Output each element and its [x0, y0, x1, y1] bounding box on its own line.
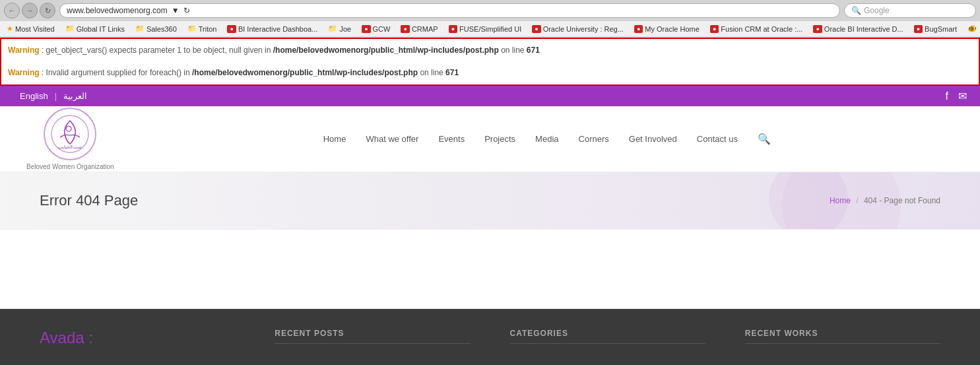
facebook-icon[interactable]: f — [946, 90, 948, 102]
red-icon: ● — [532, 25, 540, 33]
refresh-icon[interactable]: ↻ — [183, 6, 190, 15]
star-icon: ★ — [7, 24, 13, 33]
nav-bar: ست الحبايب Beloved Women Organization Ho… — [0, 106, 980, 172]
bookmark-global-it[interactable]: 📁 Global IT Links — [63, 23, 127, 34]
bookmark-gcw[interactable]: ● GCW — [359, 24, 393, 34]
red-icon: ● — [362, 25, 370, 33]
lang-english[interactable]: English — [13, 90, 55, 102]
address-bar[interactable]: www.belovedwomenorg.com ▼ ↻ — [59, 3, 840, 18]
footer-categories-title: CATEGORIES — [510, 329, 705, 344]
nav-media[interactable]: Media — [535, 134, 558, 144]
nav-projects[interactable]: Projects — [484, 134, 515, 144]
page-header: Error 404 Page Home / 404 - Page not Fou… — [0, 172, 980, 230]
folder-icon: 📁 — [65, 24, 75, 33]
bookmark-sales360[interactable]: 📁 Sales360 — [133, 23, 180, 34]
svg-point-1 — [66, 126, 71, 131]
footer-categories-col: CATEGORIES — [510, 329, 705, 352]
warning-path-1: /home/belovedwomenorg/public_html/wp-inc… — [273, 46, 499, 55]
forward-button[interactable]: → — [22, 3, 38, 18]
bookmark-oracle-home[interactable]: ● My Oracle Home — [632, 24, 702, 34]
logo-svg: ست الحبايب — [50, 114, 90, 154]
warning-line-1: Warning : get_object_vars() expects para… — [8, 44, 972, 57]
brand-prefix: Ava — [40, 329, 67, 347]
footer-recent-works-col: RECENT WORKS — [745, 329, 940, 352]
bookmark-oracle-university[interactable]: ● Oracle University : Reg... — [529, 24, 626, 34]
logo-text: Beloved Women Organization — [26, 163, 114, 170]
footer-brand-col: Avada : — [40, 329, 235, 352]
browser-toolbar: ← → ↻ www.belovedwomenorg.com ▼ ↻ 🔍 Goog… — [0, 0, 980, 21]
red-icon: ● — [914, 25, 923, 33]
bookmarks-bar: ★ Most Visited 📁 Global IT Links 📁 Sales… — [0, 21, 980, 37]
logo-area: ست الحبايب Beloved Women Organization — [26, 108, 114, 170]
footer-recent-posts-col: RECENT POSTS — [275, 329, 470, 352]
red-icon: ● — [401, 25, 409, 33]
brand-highlight: da — [67, 329, 84, 347]
page-title: Error 404 Page — [40, 192, 138, 209]
logo-circle: ست الحبايب — [44, 108, 96, 160]
warning-linenum-1: 671 — [527, 46, 540, 55]
warning-line-2: Warning : Invalid argument supplied for … — [8, 67, 972, 79]
nav-corners[interactable]: Corners — [579, 134, 609, 144]
red-icon: ● — [227, 25, 236, 33]
bookmark-oracle-bi[interactable]: ● Oracle BI Interactive D... — [810, 24, 905, 34]
footer-brand: Avada : — [40, 329, 235, 347]
language-bar: English | العربية f ✉ — [0, 86, 980, 106]
brand-suffix: : — [84, 329, 93, 347]
folder-icon: 📁 — [135, 24, 145, 33]
warning-box: Warning : get_object_vars() expects para… — [0, 38, 980, 86]
warning-label-2: Warning — [8, 68, 40, 77]
bookmark-fusion-crm[interactable]: ● Fusion CRM at Oracle :... — [707, 24, 806, 34]
lang-divider: | — [55, 91, 57, 101]
footer-recent-posts-title: RECENT POSTS — [275, 329, 470, 344]
red-icon: ● — [449, 25, 457, 33]
nav-what-we-offer[interactable]: What we offer — [366, 134, 418, 144]
bookmark-fuse[interactable]: ● FUSE/Simplified UI — [446, 24, 525, 34]
bookmark-crmap[interactable]: ● CRMAP — [398, 24, 440, 34]
search-icon[interactable]: 🔍 — [758, 133, 771, 145]
dropdown-btn[interactable]: ▼ — [172, 6, 180, 15]
social-icons: f ✉ — [946, 90, 967, 102]
bookmark-extra[interactable]: 🐠 — [965, 23, 979, 34]
red-icon: ● — [710, 25, 719, 33]
nav-buttons: ← → ↻ — [4, 3, 55, 18]
red-icon: ● — [813, 25, 822, 33]
bookmark-bugsmart[interactable]: ● BugSmart — [911, 24, 960, 34]
search-placeholder: Google — [864, 6, 890, 15]
browser-chrome: ← → ↻ www.belovedwomenorg.com ▼ ↻ 🔍 Goog… — [0, 0, 980, 38]
search-bar[interactable]: 🔍 Google — [844, 3, 976, 18]
red-icon: ● — [634, 25, 643, 33]
lang-arabic[interactable]: العربية — [57, 90, 94, 102]
nav-events[interactable]: Events — [438, 134, 465, 144]
bookmark-most-visited[interactable]: ★ Most Visited — [4, 23, 57, 34]
bg-circle-2 — [782, 172, 901, 230]
warning-label-1: Warning — [8, 46, 40, 55]
search-icon: 🔍 — [851, 6, 861, 15]
content-area — [0, 230, 980, 309]
footer-recent-works-title: RECENT WORKS — [745, 329, 940, 344]
warning-linenum-2: 671 — [445, 68, 459, 77]
back-button[interactable]: ← — [4, 3, 20, 18]
nav-home[interactable]: Home — [323, 134, 346, 144]
folder-icon: 📁 — [187, 24, 197, 33]
warning-path-2: /home/belovedwomenorg/public_html/wp-inc… — [192, 68, 418, 77]
bookmark-triton[interactable]: 📁 Triton — [185, 23, 220, 34]
nav-links: Home What we offer Events Projects Media… — [141, 133, 954, 145]
address-text: www.belovedwomenorg.com — [67, 6, 168, 15]
language-links: English | العربية — [13, 90, 94, 102]
footer: Avada : RECENT POSTS CATEGORIES RECENT W… — [0, 309, 980, 365]
folder-icon: 📁 — [328, 24, 337, 33]
bookmark-joe[interactable]: 📁 Joe — [325, 23, 354, 34]
nav-get-involved[interactable]: Get Involved — [629, 134, 677, 144]
bookmark-bi-dashboard[interactable]: ● BI Interactive Dashboa... — [224, 24, 320, 34]
email-icon[interactable]: ✉ — [958, 90, 967, 102]
svg-text:ست الحبايب: ست الحبايب — [58, 145, 82, 149]
nav-contact-us[interactable]: Contact us — [697, 134, 738, 144]
refresh-button[interactable]: ↻ — [40, 3, 55, 18]
